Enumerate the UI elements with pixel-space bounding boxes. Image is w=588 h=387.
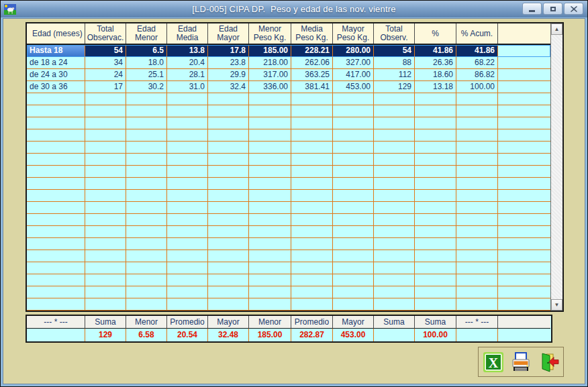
vertical-scrollbar[interactable]: ▲ ▼ <box>550 23 562 311</box>
table-row[interactable] <box>27 93 550 105</box>
table-cell[interactable]: de 24 a 30 <box>27 69 85 81</box>
table-cell <box>167 214 208 226</box>
table-row[interactable]: de 18 a 243418.020.423.8218.00262.06327.… <box>27 57 550 69</box>
table-cell <box>249 117 291 129</box>
table-cell <box>374 298 415 311</box>
table-cell[interactable]: 24 <box>85 69 126 81</box>
scroll-down-button[interactable]: ▼ <box>551 299 562 311</box>
table-cell <box>85 202 126 214</box>
table-cell[interactable]: 86.82 <box>456 69 498 81</box>
table-cell <box>333 178 374 190</box>
table-cell[interactable]: 26.36 <box>415 57 456 69</box>
table-cell[interactable]: 68.22 <box>456 57 498 69</box>
export-excel-button[interactable]: X <box>482 351 505 374</box>
summary-label: Mayor <box>333 316 374 329</box>
table-cell <box>333 298 374 311</box>
table-cell <box>167 274 208 286</box>
table-cell[interactable]: 29.9 <box>208 69 249 81</box>
print-button[interactable] <box>509 351 532 374</box>
table-cell[interactable]: 34 <box>85 57 126 69</box>
table-row[interactable] <box>27 154 550 166</box>
table-cell[interactable]: Hasta 18 <box>27 45 85 57</box>
table-cell[interactable]: 54 <box>85 45 126 57</box>
table-cell[interactable]: 88 <box>374 57 415 69</box>
maximize-button[interactable] <box>543 3 562 15</box>
table-row[interactable] <box>27 166 550 178</box>
title-bar[interactable]: [LD-005] CIPA DP. Peso y edad de las nov… <box>1 1 587 17</box>
table-cell[interactable]: 18.0 <box>126 57 167 69</box>
table-row[interactable] <box>27 250 550 262</box>
table-cell[interactable]: 18.60 <box>415 69 456 81</box>
table-row[interactable] <box>27 202 550 214</box>
table-cell <box>374 274 415 286</box>
table-cell <box>498 238 550 250</box>
table-cell[interactable]: 13.8 <box>167 45 208 57</box>
table-cell[interactable]: 28.1 <box>167 69 208 81</box>
table-row[interactable] <box>27 117 550 129</box>
grid-header-row: Edad (meses)Total Observac.Edad MenorEda… <box>27 23 550 45</box>
table-cell[interactable]: 31.0 <box>167 81 208 93</box>
table-cell[interactable]: 13.18 <box>415 81 456 93</box>
table-cell[interactable]: 185.00 <box>249 45 291 57</box>
table-row[interactable] <box>27 286 550 298</box>
table-cell[interactable]: 417.00 <box>333 69 374 81</box>
table-row[interactable] <box>27 238 550 250</box>
table-cell[interactable]: de 30 a 36 <box>27 81 85 93</box>
column-header: Edad (meses) <box>27 23 85 44</box>
table-row[interactable]: de 30 a 361730.231.032.4336.00381.41453.… <box>27 81 550 93</box>
table-cell[interactable]: de 18 a 24 <box>27 57 85 69</box>
table-row[interactable] <box>27 142 550 154</box>
table-cell[interactable]: 20.4 <box>167 57 208 69</box>
table-row[interactable] <box>27 178 550 190</box>
table-cell[interactable]: 17 <box>85 81 126 93</box>
table-cell[interactable]: 228.21 <box>291 45 333 57</box>
table-cell[interactable]: 41.86 <box>415 45 456 57</box>
table-cell[interactable]: 32.4 <box>208 81 249 93</box>
column-header: Total Observ. <box>374 23 415 44</box>
table-cell <box>27 178 85 190</box>
table-cell <box>415 129 456 142</box>
table-cell[interactable]: 262.06 <box>291 57 333 69</box>
table-row[interactable] <box>27 190 550 202</box>
table-cell[interactable]: 218.00 <box>249 57 291 69</box>
table-cell <box>498 166 550 178</box>
table-cell[interactable]: 100.00 <box>456 81 498 93</box>
table-cell[interactable]: 336.00 <box>249 81 291 93</box>
table-cell[interactable]: 41.86 <box>456 45 498 57</box>
table-cell[interactable]: 381.41 <box>291 81 333 93</box>
table-cell[interactable]: 54 <box>374 45 415 57</box>
table-cell <box>498 202 550 214</box>
table-cell <box>415 154 456 166</box>
table-row[interactable] <box>27 274 550 286</box>
table-cell[interactable]: 30.2 <box>126 81 167 93</box>
table-row[interactable] <box>27 129 550 142</box>
table-cell <box>208 105 249 117</box>
table-cell[interactable]: 280.00 <box>333 45 374 57</box>
summary-label: Mayor <box>208 316 249 329</box>
table-row[interactable] <box>27 298 550 311</box>
table-row[interactable] <box>27 262 550 274</box>
table-cell[interactable]: 25.1 <box>126 69 167 81</box>
table-row[interactable]: Hasta 18546.513.817.8185.00228.21280.005… <box>27 45 550 57</box>
minimize-button[interactable] <box>522 3 542 15</box>
table-cell[interactable]: 317.00 <box>249 69 291 81</box>
table-row[interactable] <box>27 226 550 238</box>
table-cell[interactable]: 327.00 <box>333 57 374 69</box>
table-cell[interactable]: 129 <box>374 81 415 93</box>
table-cell[interactable]: 363.25 <box>291 69 333 81</box>
table-cell[interactable]: 453.00 <box>333 81 374 93</box>
table-row[interactable] <box>27 214 550 226</box>
table-cell <box>498 286 550 298</box>
table-cell[interactable]: 23.8 <box>208 57 249 69</box>
table-cell[interactable]: 112 <box>374 69 415 81</box>
scroll-up-button[interactable]: ▲ <box>551 23 562 35</box>
table-cell[interactable]: 6.5 <box>126 45 167 57</box>
close-button[interactable] <box>564 3 583 15</box>
table-row[interactable] <box>27 105 550 117</box>
summary-grid: --- * ---SumaMenorPromedioMayorMenorProm… <box>26 315 552 343</box>
table-row[interactable]: de 24 a 302425.128.129.9317.00363.25417.… <box>27 69 550 81</box>
table-cell[interactable]: 17.8 <box>208 45 249 57</box>
exit-button[interactable] <box>537 351 560 374</box>
summary-label: Suma <box>85 316 126 329</box>
table-cell <box>498 57 550 69</box>
